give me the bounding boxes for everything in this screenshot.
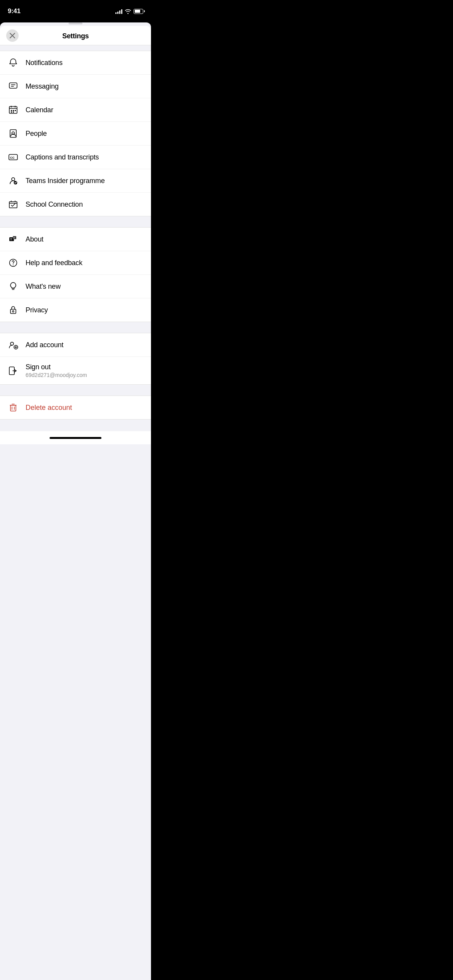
privacy-item[interactable]: Privacy: [0, 298, 151, 322]
svg-point-19: [13, 265, 14, 266]
status-bar: 9:41: [0, 0, 151, 19]
people-icon: [8, 128, 19, 139]
svg-rect-0: [9, 83, 17, 88]
svg-point-21: [12, 311, 14, 312]
divider-2: [0, 322, 151, 327]
svg-rect-20: [10, 309, 16, 314]
main-settings-section: Notifications Messaging: [0, 51, 151, 216]
trash-icon: [8, 402, 19, 413]
sign-out-label-group: Sign out 69d2d271@moodjoy.com: [26, 363, 87, 378]
drag-handle: [69, 22, 82, 24]
svg-rect-25: [10, 405, 16, 411]
wifi-icon: [125, 9, 131, 14]
account-section: Add account Sign out 69d2d271@moodjoy.co…: [0, 333, 151, 385]
svg-point-11: [12, 178, 15, 181]
teams-insider-item[interactable]: Teams Insider programme: [0, 169, 151, 193]
divider-3: [0, 385, 151, 390]
about-item[interactable]: T T About: [0, 228, 151, 251]
school-connection-label: School Connection: [26, 200, 83, 209]
whats-new-label: What's new: [26, 283, 60, 291]
svg-text:CC: CC: [10, 156, 15, 159]
bottom-spacer: [0, 420, 151, 431]
delete-account-item[interactable]: Delete account: [0, 396, 151, 419]
status-time: 9:41: [8, 7, 21, 15]
info-settings-section: T T About Help and feedback: [0, 227, 151, 322]
svg-rect-5: [11, 111, 12, 113]
battery-icon: [134, 9, 143, 14]
svg-rect-6: [13, 111, 14, 113]
close-button[interactable]: [6, 29, 19, 42]
svg-rect-2: [11, 110, 12, 111]
help-icon: [8, 257, 19, 268]
help-label: Help and feedback: [26, 259, 82, 267]
home-bar: [50, 437, 101, 439]
delete-account-label: Delete account: [26, 404, 72, 412]
add-account-label: Add account: [26, 341, 63, 349]
add-account-icon: [8, 339, 19, 350]
sign-out-email: 69d2d271@moodjoy.com: [26, 372, 87, 378]
notifications-label: Notifications: [26, 59, 62, 67]
whats-new-item[interactable]: What's new: [0, 275, 151, 298]
captions-label: Captions and transcripts: [26, 153, 99, 161]
bell-icon: [8, 57, 19, 68]
sign-out-label: Sign out: [26, 363, 87, 371]
teams-insider-icon: [8, 175, 19, 186]
teams-logo-icon: T T: [8, 234, 19, 245]
status-icons: [115, 9, 143, 14]
delete-section: Delete account: [0, 396, 151, 420]
svg-point-22: [10, 342, 14, 345]
page-title: Settings: [62, 32, 89, 40]
messaging-icon: [8, 81, 19, 92]
school-connection-item[interactable]: School Connection: [0, 193, 151, 216]
sign-out-icon: [8, 365, 19, 376]
school-connection-icon: [8, 199, 19, 210]
close-icon: [10, 33, 15, 38]
battery-fill: [135, 10, 140, 13]
settings-sheet: Settings Notifications Messaging: [0, 22, 151, 980]
calendar-label: Calendar: [26, 106, 53, 114]
messaging-item[interactable]: Messaging: [0, 75, 151, 98]
captions-item[interactable]: CC Captions and transcripts: [0, 146, 151, 169]
lightbulb-icon: [8, 281, 19, 292]
about-label: About: [26, 235, 43, 243]
svg-text:T: T: [14, 237, 15, 239]
messaging-label: Messaging: [26, 82, 58, 91]
svg-rect-13: [9, 202, 17, 208]
captions-icon: CC: [8, 152, 19, 163]
help-item[interactable]: Help and feedback: [0, 251, 151, 275]
privacy-label: Privacy: [26, 306, 48, 314]
teams-insider-label: Teams Insider programme: [26, 177, 105, 185]
add-account-item[interactable]: Add account: [0, 333, 151, 357]
privacy-icon: [8, 305, 19, 315]
sheet-header: Settings: [0, 26, 151, 45]
svg-rect-4: [15, 110, 16, 111]
svg-rect-3: [13, 110, 14, 111]
people-item[interactable]: People: [0, 122, 151, 146]
home-indicator: [0, 431, 151, 444]
people-label: People: [26, 130, 47, 138]
signal-bars-icon: [115, 9, 122, 14]
svg-text:T: T: [10, 238, 12, 241]
sign-out-item[interactable]: Sign out 69d2d271@moodjoy.com: [0, 357, 151, 384]
calendar-icon: [8, 105, 19, 115]
calendar-item[interactable]: Calendar: [0, 98, 151, 122]
notifications-item[interactable]: Notifications: [0, 51, 151, 75]
divider-1: [0, 216, 151, 222]
